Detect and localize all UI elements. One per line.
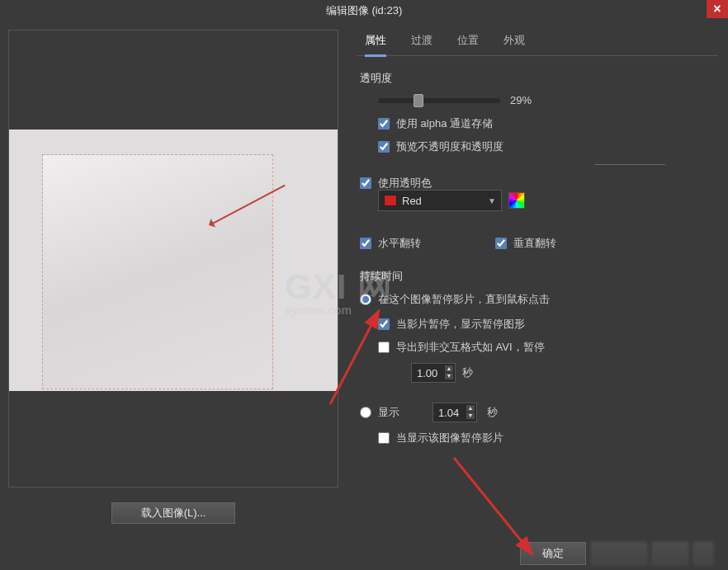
spinner-buttons-2[interactable]: ▲▼: [466, 405, 475, 419]
alpha-store-checkbox-row[interactable]: 使用 alpha 通道存储: [378, 116, 715, 131]
spinner-buttons[interactable]: ▲▼: [445, 365, 453, 379]
opacity-label: 透明度: [360, 71, 715, 86]
seconds-label-2: 秒: [487, 405, 498, 420]
color-picker-button[interactable]: [508, 192, 525, 209]
seconds-label-1: 秒: [462, 365, 473, 380]
alpha-store-label: 使用 alpha 通道存储: [396, 116, 493, 131]
flip-v-label: 垂直翻转: [513, 236, 556, 251]
pause-sub1-row[interactable]: 当影片暂停，显示暂停图形: [378, 317, 715, 332]
color-name: Red: [402, 195, 483, 207]
display-radio[interactable]: [360, 407, 371, 418]
duration-label: 持续时间: [360, 269, 715, 284]
dialog-buttons: 确定: [520, 542, 713, 565]
ok-button[interactable]: 确定: [520, 542, 586, 565]
pause-sub2-checkbox[interactable]: [378, 342, 390, 353]
pause-radio-label: 在这个图像暂停影片，直到鼠标点击: [378, 292, 550, 307]
window-title: 编辑图像 (id:23): [326, 3, 402, 18]
pause-sub1-checkbox[interactable]: [378, 318, 390, 330]
close-button[interactable]: ×: [707, 0, 728, 18]
title-bar: 编辑图像 (id:23) ×: [0, 0, 728, 21]
pause-radio[interactable]: [360, 294, 371, 305]
load-image-button[interactable]: 载入图像(L)...: [111, 502, 235, 524]
image-preview: [8, 30, 338, 488]
blurred-button-3[interactable]: [693, 542, 713, 565]
display-sub-checkbox[interactable]: [378, 432, 390, 444]
pause-sub2-row[interactable]: 导出到非交互格式如 AVI，暂停: [378, 340, 715, 355]
use-trans-color-checkbox[interactable]: [360, 177, 371, 189]
flip-h-label: 水平翻转: [378, 236, 421, 251]
pause-sub2-label: 导出到非交互格式如 AVI，暂停: [396, 340, 545, 355]
tab-attributes[interactable]: 属性: [365, 33, 386, 57]
flip-section: 水平翻转 垂直翻转: [357, 216, 718, 264]
use-trans-color-row[interactable]: 使用透明色: [360, 176, 715, 191]
display-seconds-value: 1.04: [438, 407, 459, 419]
flip-h-checkbox[interactable]: [360, 238, 371, 249]
color-swatch: [384, 195, 397, 206]
trans-color-section: 使用透明色 Red ▼: [357, 167, 718, 216]
pause-seconds-value: 1.00: [417, 367, 437, 379]
duration-section: 持续时间 在这个图像暂停影片，直到鼠标点击 当影片暂停，显示暂停图形 导出到非交…: [357, 264, 718, 459]
tab-appearance[interactable]: 外观: [503, 33, 525, 55]
pause-sub1-label: 当影片暂停，显示暂停图形: [396, 317, 525, 332]
display-sub-row[interactable]: 当显示该图像暂停影片: [378, 431, 715, 445]
flip-v-checkbox[interactable]: [495, 238, 507, 249]
blurred-button-1[interactable]: [591, 542, 647, 565]
pause-seconds-input[interactable]: 1.00 ▲▼: [411, 363, 456, 383]
tab-position[interactable]: 位置: [457, 33, 479, 55]
preview-panel: 载入图像(L)...: [0, 21, 347, 570]
preview-opacity-checkbox-row[interactable]: 预览不透明度和透明度: [378, 139, 715, 154]
preview-opacity-checkbox[interactable]: [378, 141, 390, 153]
flip-v-row[interactable]: 垂直翻转: [495, 236, 556, 251]
close-icon: ×: [713, 2, 721, 16]
opacity-slider[interactable]: [378, 98, 500, 103]
properties-panel: 属性 过渡 位置 外观 透明度 29% 使用 alpha 通道存储 预览不透明度…: [347, 21, 728, 570]
opacity-section: 透明度 29% 使用 alpha 通道存储 预览不透明度和透明度: [357, 56, 718, 167]
opacity-value: 29%: [510, 94, 532, 106]
display-seconds-input[interactable]: 1.04 ▲▼: [433, 403, 477, 422]
tab-transition[interactable]: 过渡: [411, 33, 433, 55]
chevron-down-icon: ▼: [488, 196, 496, 205]
display-radio-label: 显示: [378, 405, 399, 420]
display-radio-row[interactable]: 显示: [360, 405, 399, 420]
color-dropdown[interactable]: Red ▼: [378, 190, 502, 211]
use-trans-color-label: 使用透明色: [378, 176, 432, 191]
pause-radio-row[interactable]: 在这个图像暂停影片，直到鼠标点击: [360, 292, 715, 307]
flip-h-row[interactable]: 水平翻转: [360, 236, 421, 251]
preview-opacity-label: 预览不透明度和透明度: [396, 139, 503, 154]
blurred-button-2[interactable]: [652, 542, 688, 565]
slider-thumb[interactable]: [414, 94, 423, 107]
display-sub-label: 当显示该图像暂停影片: [396, 431, 503, 445]
alpha-store-checkbox[interactable]: [378, 118, 390, 130]
tab-bar: 属性 过渡 位置 外观: [357, 21, 718, 56]
